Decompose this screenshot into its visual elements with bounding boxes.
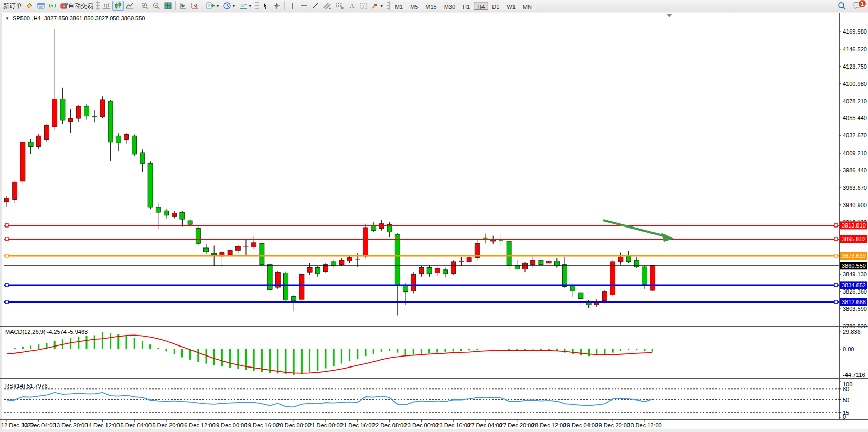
channel-icon[interactable]: E (321, 1, 334, 11)
rsi-value: 51.7976 (27, 383, 48, 389)
candle-body (339, 260, 344, 265)
candlestick-chart-icon[interactable] (112, 1, 124, 11)
cursor-icon[interactable] (260, 1, 271, 11)
candle-body (76, 106, 81, 118)
line-handle[interactable] (5, 237, 8, 241)
signal-icon[interactable] (47, 1, 58, 11)
text-icon[interactable]: A (346, 1, 358, 11)
new-order-button[interactable]: 新订单 (2, 1, 24, 11)
horizontal-line-icon[interactable] (298, 1, 309, 11)
yellow-tag-icon[interactable] (24, 1, 35, 11)
candle-body (626, 256, 631, 262)
trend-arrow[interactable] (603, 220, 664, 236)
line-handle[interactable] (5, 284, 8, 287)
time-label: 29 Dec 04:00 (564, 422, 598, 428)
trendline-icon[interactable] (309, 1, 321, 11)
time-label: 16 Dec 12:00 (181, 422, 215, 428)
svg-text:F: F (341, 7, 344, 10)
timeframe-MN[interactable]: MN (519, 2, 535, 10)
chat-icon[interactable]: 1 (851, 1, 864, 11)
candlestick-chart: 4169.9804146.5204123.7504100.9804078.210… (0, 13, 868, 432)
candle-body (92, 116, 97, 117)
candle-body (84, 106, 89, 116)
macd-tick-label: 29.836 (843, 329, 861, 335)
search-icon[interactable] (835, 1, 848, 11)
timeframe-H4[interactable]: H4 (474, 2, 488, 10)
time-label: 28 Dec 12:00 (532, 422, 566, 428)
price-tick-label: 4032.670 (843, 132, 867, 138)
candle-body (228, 250, 232, 255)
template-button[interactable]: ▼ (238, 1, 254, 11)
tile-windows-icon[interactable] (162, 1, 174, 11)
text-label-icon[interactable]: T (358, 1, 369, 11)
trend-arrow-head[interactable] (661, 233, 674, 242)
line-handle[interactable] (834, 254, 838, 257)
time-label: 15 Dec 04:00 (117, 422, 151, 428)
timeframe-M15[interactable]: M15 (422, 2, 440, 10)
toolbar: 新订单 自动交易 ▼ ▼ (0, 0, 868, 12)
line-handle[interactable] (5, 224, 8, 227)
candle-body (546, 261, 551, 263)
candle-body (539, 260, 543, 265)
profile-forward-icon[interactable] (177, 1, 189, 11)
candle-body (650, 266, 655, 290)
timeframe-M5[interactable]: M5 (406, 2, 422, 10)
candle-body (554, 261, 559, 266)
market-watch-icon[interactable] (35, 1, 47, 11)
line-chart-icon[interactable] (124, 1, 135, 11)
profile-back-icon[interactable] (189, 1, 200, 11)
timeframe-M1[interactable]: M1 (391, 2, 406, 10)
chart-shift-marker[interactable] (666, 14, 672, 17)
toolbar-separator (137, 1, 137, 10)
price-tag-label: 3812.688 (842, 299, 866, 305)
price-tick-label: 4123.750 (843, 63, 867, 70)
candle-body (204, 248, 209, 252)
candle-body (235, 246, 240, 250)
candle-body (180, 212, 185, 219)
auto-trading-button[interactable]: 自动交易 (58, 1, 95, 11)
bar-chart-icon[interactable] (101, 1, 112, 11)
zoom-in-icon[interactable] (139, 1, 151, 11)
candle-body (507, 241, 511, 265)
timeframe-W1[interactable]: W1 (503, 2, 519, 10)
candle-body (371, 226, 376, 231)
line-handle[interactable] (5, 254, 8, 257)
vertical-line-icon[interactable] (286, 1, 298, 11)
candle-body (108, 101, 113, 142)
chart-window: 4169.9804146.5204123.7504100.9804078.210… (0, 13, 868, 432)
candle-body (212, 253, 217, 255)
candle-body (252, 243, 256, 247)
candle-body (610, 262, 615, 295)
toolbar-grip (387, 1, 390, 10)
notification-badge: 1 (858, 0, 866, 8)
timeframe-D1[interactable]: D1 (488, 2, 503, 10)
add-indicator-button[interactable]: ▼ (204, 1, 221, 11)
arrows-icon[interactable]: ▼ (369, 1, 385, 11)
timeframe-M30[interactable]: M30 (441, 2, 459, 10)
candle-body (140, 153, 145, 163)
timeframe-H1[interactable]: H1 (459, 2, 474, 10)
period-clock-button[interactable]: ▼ (221, 1, 238, 11)
time-label: 14 Dec 12:00 (85, 422, 120, 428)
collapse-chart-icon[interactable]: ▼ (5, 16, 9, 21)
candle-body (5, 198, 9, 202)
line-handle[interactable] (834, 300, 838, 304)
line-handle[interactable] (5, 300, 8, 304)
symbol-header[interactable]: ▼ SP500-,H4 3827.850 3861.850 3827.050 3… (5, 15, 145, 21)
price-tick-label: 4169.980 (843, 28, 867, 35)
line-handle[interactable] (834, 237, 838, 241)
line-handle[interactable] (834, 224, 838, 227)
toolbar-separator (175, 1, 176, 10)
candle-body (435, 268, 440, 273)
fibonacci-icon[interactable]: F (334, 1, 346, 11)
candle-body (36, 136, 41, 146)
candle-body (379, 224, 384, 229)
macd-signal-line (7, 335, 652, 373)
candle-body (443, 270, 448, 274)
macd-value-main: -4.2574 (47, 329, 66, 335)
candle-body (451, 262, 456, 274)
line-handle[interactable] (834, 284, 838, 287)
zoom-out-icon[interactable] (151, 1, 162, 11)
crosshair-icon[interactable] (271, 1, 283, 11)
candle-body (411, 274, 416, 291)
